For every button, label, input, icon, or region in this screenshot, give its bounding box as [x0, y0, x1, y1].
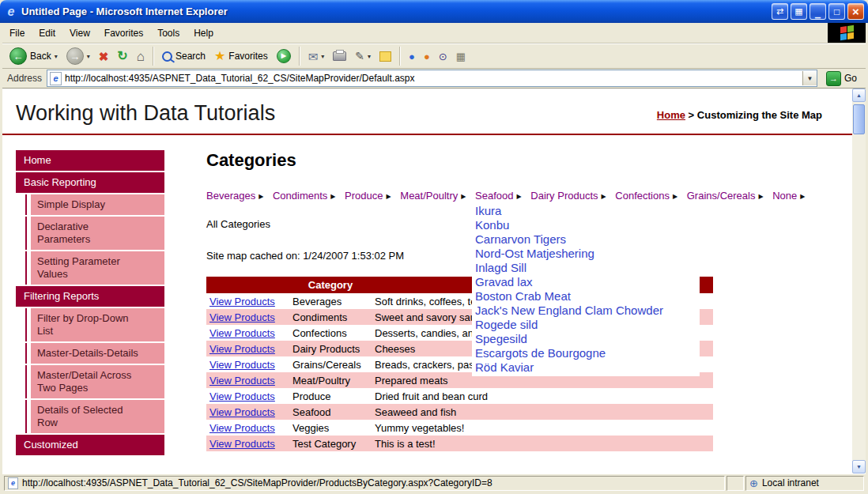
sidebar-nav: Home Basic Reporting Simple Display Decl… [16, 150, 164, 455]
flyout-item[interactable]: Nord-Ost Matjeshering [472, 247, 700, 261]
go-button[interactable]: → Go [822, 70, 861, 88]
toolbar-separator [399, 47, 401, 66]
page-content: Working with Data Tutorials Home > Custo… [2, 89, 866, 473]
menu-item-seafood[interactable]: Seafood [475, 190, 513, 202]
breadcrumb-home-link[interactable]: Home [657, 109, 685, 121]
menu-item-dairy-products[interactable]: Dairy Products [530, 190, 598, 202]
close-button[interactable]: × [847, 3, 864, 20]
menu-item-meat-poultry[interactable]: Meat/Poultry [400, 190, 458, 202]
flyout-item[interactable]: Escargots de Bourgogne [472, 346, 700, 360]
go-icon: → [826, 71, 841, 86]
menu-item-condiments[interactable]: Condiments [273, 190, 327, 202]
edit-button[interactable]: ✎ ▾ [351, 48, 375, 64]
mail-dropdown-icon[interactable]: ▾ [321, 53, 324, 60]
sidebar-item-basic-reporting[interactable]: Basic Reporting [16, 172, 164, 193]
view-products-link[interactable]: View Products [209, 311, 275, 323]
flyout-item[interactable]: Jack's New England Clam Chowder [472, 304, 700, 318]
windows-logo [828, 23, 866, 43]
edit-dropdown-icon[interactable]: ▾ [368, 53, 371, 60]
web-ball-icon: ● [424, 51, 430, 62]
discuss-button[interactable] [376, 49, 395, 64]
view-products-link[interactable]: View Products [209, 438, 275, 450]
refresh-button[interactable]: ↻ [113, 47, 131, 65]
flyout-item[interactable]: Rogede sild [472, 318, 700, 332]
flyout-item[interactable]: Inlagd Sill [472, 261, 700, 275]
find-button[interactable]: ⊙ [435, 49, 451, 64]
status-bar: e http://localhost:4935/ASPNET_Data_Tuto… [2, 473, 866, 492]
home-button[interactable]: ⌂ [133, 47, 149, 66]
menu-tools[interactable]: Tools [150, 24, 187, 43]
search-button[interactable]: Search [158, 48, 209, 64]
flyout-item[interactable]: Spegesild [472, 332, 700, 346]
title-bar[interactable]: e Untitled Page - Microsoft Internet Exp… [0, 0, 868, 23]
sidebar-item-setting-parameter-values[interactable]: Setting Parameter Values [25, 251, 164, 285]
sidebar-item-master-detail-across-two-pages[interactable]: Master/Detail Across Two Pages [25, 365, 164, 398]
view-products-link[interactable]: View Products [209, 296, 275, 307]
menu-item-produce[interactable]: Produce [345, 190, 383, 202]
mail-icon: ✉ [308, 51, 319, 62]
browser-window: e Untitled Page - Microsoft Internet Exp… [0, 0, 868, 494]
sidebar-item-details-of-selected-row[interactable]: Details of Selected Row [25, 400, 164, 433]
menu-edit[interactable]: Edit [32, 24, 62, 43]
seafood-flyout-menu: Ikura Konbu Carnarvon Tigers Nord-Ost Ma… [472, 204, 700, 376]
toolbar-separator [299, 47, 300, 66]
grid-icon: ▦ [456, 51, 466, 62]
menu-item-grains-cereals[interactable]: Grains/Cereals [687, 190, 756, 202]
view-products-link[interactable]: View Products [209, 422, 275, 434]
view-products-link[interactable]: View Products [209, 343, 275, 355]
flyout-item[interactable]: Konbu [472, 218, 700, 232]
view-products-link[interactable]: View Products [209, 327, 275, 339]
forward-icon: → [66, 47, 84, 65]
messenger-button[interactable]: ● [405, 49, 419, 64]
menu-help[interactable]: Help [187, 24, 221, 43]
address-input[interactable] [65, 73, 799, 84]
flyout-item[interactable]: Carnarvon Tigers [472, 232, 700, 247]
titlebar-extra-button-1[interactable]: ⇄ [772, 3, 788, 20]
sidebar-item-simple-display[interactable]: Simple Display [25, 194, 164, 215]
forward-button[interactable]: → ▾ [62, 45, 94, 67]
menu-item-beverages[interactable]: Beverages [206, 190, 255, 202]
minimize-button[interactable]: ▁ [810, 3, 826, 20]
mail-button[interactable]: ✉ ▾ [304, 48, 329, 65]
address-input-wrap[interactable]: e ▼ [47, 70, 817, 87]
category-cell: Condiments [289, 309, 372, 325]
address-dropdown-button[interactable]: ▼ [802, 71, 817, 85]
view-products-link[interactable]: View Products [209, 390, 275, 402]
scroll-thumb[interactable] [853, 104, 865, 134]
menu-favorites[interactable]: Favorites [97, 24, 150, 43]
sidebar-item-filter-by-dropdown-list[interactable]: Filter by Drop-Down List [25, 308, 164, 341]
research-button[interactable]: ▦ [452, 49, 470, 64]
maximize-button[interactable]: □ [828, 3, 845, 20]
print-button[interactable] [329, 49, 350, 63]
status-page-icon: e [8, 477, 18, 489]
page-title: Categories [206, 150, 296, 171]
stop-button[interactable]: ✖ [95, 48, 113, 65]
scroll-up-button[interactable]: ▲ [852, 89, 866, 102]
category-cell: Grains/Cereals [289, 356, 372, 372]
back-dropdown-icon[interactable]: ▾ [55, 53, 58, 60]
sidebar-item-home[interactable]: Home [16, 150, 164, 171]
back-button[interactable]: ← Back ▾ [6, 45, 62, 67]
flyout-item[interactable]: Ikura [472, 204, 700, 218]
flyout-item[interactable]: Boston Crab Meat [472, 289, 700, 304]
media-button[interactable]: ▶ [273, 47, 295, 66]
view-products-link[interactable]: View Products [209, 359, 275, 371]
menu-item-none[interactable]: None [772, 190, 797, 202]
flyout-item[interactable]: Gravad lax [472, 275, 700, 289]
view-products-link[interactable]: View Products [209, 375, 275, 387]
menu-item-confections[interactable]: Confections [615, 190, 670, 202]
web-button[interactable]: ● [420, 49, 434, 64]
header-divider [2, 134, 852, 135]
titlebar-extra-button-2[interactable]: ▦ [791, 3, 807, 20]
favorites-button[interactable]: ★ Favorites [210, 47, 272, 65]
flyout-item[interactable]: Röd Kaviar [472, 360, 700, 375]
vertical-scrollbar[interactable]: ▲ ▼ [852, 89, 866, 473]
menu-view[interactable]: View [62, 24, 97, 43]
sidebar-item-master-details-details[interactable]: Master-Details-Details [25, 343, 164, 364]
view-products-link[interactable]: View Products [209, 406, 275, 418]
sidebar-item-declarative-parameters[interactable]: Declarative Parameters [25, 217, 164, 250]
scroll-down-button[interactable]: ▼ [852, 460, 866, 473]
menu-file[interactable]: File [2, 24, 32, 43]
sidebar-item-filtering-reports[interactable]: Filtering Reports [16, 286, 164, 307]
sidebar-item-customized[interactable]: Customized [16, 435, 164, 455]
